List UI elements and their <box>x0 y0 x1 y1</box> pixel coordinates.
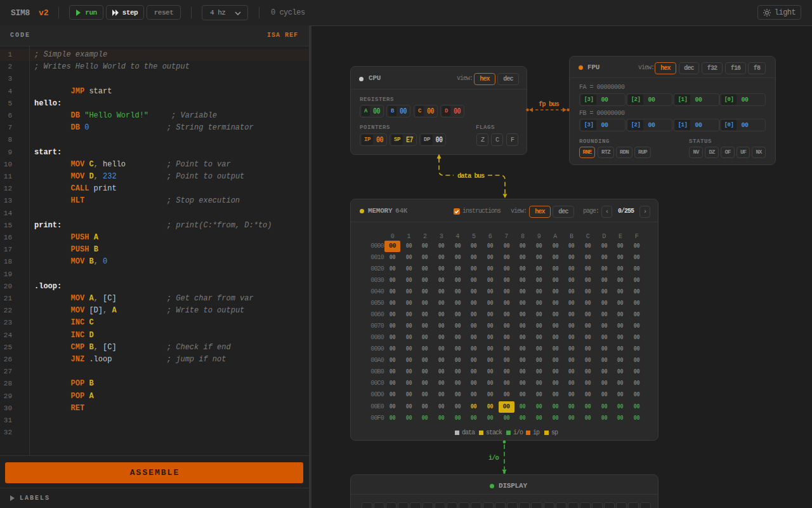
svg-text:data bus: data bus <box>457 172 485 180</box>
svg-text:i/o: i/o <box>488 454 499 462</box>
svg-text:fp bus: fp bus <box>539 100 560 108</box>
